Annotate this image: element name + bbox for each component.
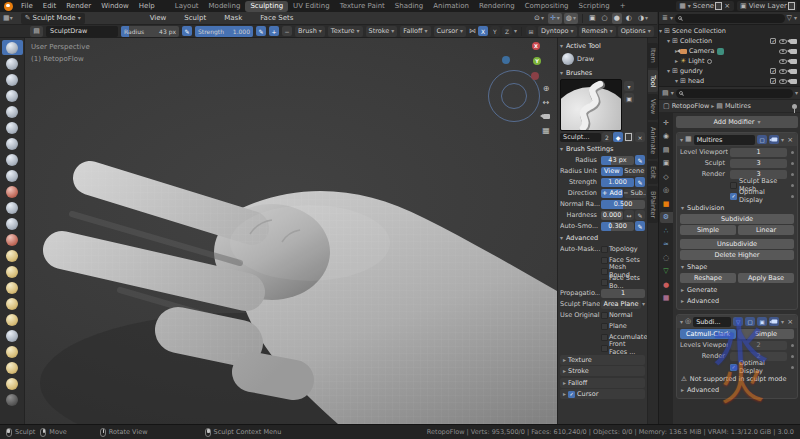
brush-mask-icon[interactable] bbox=[2, 392, 23, 407]
brush-dropdown[interactable]: Brush▾ bbox=[295, 26, 325, 37]
radius-unit-scene-button[interactable]: Scene bbox=[624, 167, 646, 176]
optimal-display-checkbox[interactable]: ✓ bbox=[730, 364, 737, 371]
brushes-section-header[interactable]: ▾Brushes bbox=[560, 68, 645, 78]
zoom-icon[interactable]: ⊕ bbox=[540, 82, 552, 94]
brush-preview-image[interactable] bbox=[560, 79, 622, 131]
strength-slider[interactable]: 1.000 bbox=[601, 178, 634, 187]
brush-nudge-icon[interactable] bbox=[2, 344, 23, 359]
disclosure-triangle-icon[interactable]: ▸ bbox=[675, 58, 678, 64]
subdivide-button[interactable]: Subdivide bbox=[680, 214, 794, 224]
properties-tab-scene[interactable]: ◇ bbox=[660, 171, 673, 182]
menu-mask[interactable]: Mask bbox=[215, 14, 251, 22]
brush-blob-icon[interactable] bbox=[2, 152, 23, 167]
properties-tab-material[interactable]: ● bbox=[660, 279, 673, 290]
falloff-panel-collapsed[interactable]: ▸Falloff bbox=[560, 378, 645, 388]
mirror-x-button[interactable]: X bbox=[478, 26, 488, 36]
properties-tab-particles[interactable]: ∴ bbox=[660, 225, 673, 236]
shading-rendered[interactable]: ◑▾ bbox=[636, 13, 650, 24]
eye-icon[interactable] bbox=[779, 49, 787, 54]
pen-pressure-icon[interactable]: ✎ bbox=[635, 155, 645, 165]
stroke-panel-collapsed[interactable]: ▸Stroke bbox=[560, 366, 645, 376]
animate-dot-icon[interactable] bbox=[791, 344, 794, 347]
hardness-slider[interactable]: 0.000 bbox=[601, 211, 623, 220]
display-realtime-icon[interactable]: ▢ bbox=[757, 135, 767, 144]
gizmo-axis-x[interactable]: X bbox=[532, 42, 540, 50]
strength-slider[interactable]: Strength 1.000 bbox=[195, 26, 253, 37]
brush-crease-icon[interactable] bbox=[2, 168, 23, 183]
gizmo-axis-z[interactable] bbox=[502, 56, 510, 64]
properties-tab-texture[interactable]: ▦ bbox=[660, 293, 673, 304]
modifier-name-field[interactable]: Subdi... bbox=[693, 317, 731, 327]
disclosure-triangle-icon[interactable]: ▾ bbox=[659, 28, 662, 34]
falloff-dropdown[interactable]: Falloff▾ bbox=[400, 26, 430, 37]
view-layer-selector[interactable]: ▣ View Layer bbox=[737, 1, 797, 11]
texture-dropdown[interactable]: Texture▾ bbox=[328, 26, 363, 37]
active-tool-section-header[interactable]: ▾Active Tool bbox=[560, 41, 645, 51]
outliner-row-head[interactable]: ▾ ⊞ head bbox=[659, 76, 800, 86]
brush-clay-strips-icon[interactable] bbox=[2, 88, 23, 103]
eye-icon[interactable] bbox=[779, 79, 787, 84]
properties-tab-physics[interactable]: ≈ bbox=[660, 239, 673, 250]
tab-bpainter[interactable]: BPainter bbox=[648, 186, 658, 223]
brush-pose-icon[interactable] bbox=[2, 328, 23, 343]
unlink-icon[interactable]: × bbox=[635, 132, 645, 142]
menu-window[interactable]: Window bbox=[96, 0, 134, 12]
optimal-display-checkbox[interactable]: ✓ bbox=[730, 193, 737, 200]
subdivide-linear-button[interactable]: Linear bbox=[738, 225, 794, 235]
collection-checkbox-icon[interactable] bbox=[770, 68, 776, 74]
mode-selector[interactable]: ✎ Sculpt Mode ▾ bbox=[21, 13, 85, 24]
brush-snake-hook-icon[interactable] bbox=[2, 296, 23, 311]
collection-checkbox-icon[interactable] bbox=[770, 38, 776, 44]
brush-settings-section-header[interactable]: ▾Brush Settings bbox=[560, 144, 645, 154]
editor-type-icon[interactable]: ▦ bbox=[3, 15, 10, 22]
new-scene-icon[interactable] bbox=[716, 3, 721, 9]
properties-tab-constraints[interactable]: ◌ bbox=[660, 252, 673, 263]
advanced-subpanel-header[interactable]: ▸Advanced bbox=[681, 297, 793, 305]
animate-dot-icon[interactable] bbox=[791, 195, 794, 198]
properties-tab-modifiers[interactable]: ⚙ bbox=[660, 212, 673, 223]
sculpt-base-mesh-checkbox[interactable] bbox=[730, 182, 737, 189]
breadcrumb-object[interactable]: RetopoFlow bbox=[672, 102, 710, 110]
cursor-checkbox[interactable]: ✓ bbox=[568, 391, 575, 398]
mesh-boundary-checkbox[interactable] bbox=[601, 268, 608, 275]
brush-thumb-icon[interactable] bbox=[2, 312, 23, 327]
menu-file[interactable]: File bbox=[16, 0, 38, 12]
fake-user-shield-icon[interactable]: ◆ bbox=[613, 132, 623, 142]
new-view-layer-icon[interactable] bbox=[789, 3, 794, 9]
display-realtime-icon[interactable]: ▣ bbox=[757, 317, 767, 326]
radius-pressure-icon[interactable]: ✎ bbox=[182, 26, 192, 36]
scene-selector[interactable]: ▦ ▾ Scene × bbox=[676, 1, 734, 11]
sculpt-level-field[interactable]: 3 bbox=[730, 159, 787, 168]
cursor-panel-collapsed[interactable]: ▸✓Cursor bbox=[560, 389, 645, 399]
animate-dot-icon[interactable] bbox=[791, 184, 794, 187]
properties-editor-icon[interactable]: ▤ bbox=[662, 90, 669, 97]
direction-subtract-button[interactable]: − Sub.. bbox=[624, 189, 646, 198]
brush-image-icon[interactable]: ▣ bbox=[624, 93, 634, 103]
properties-tab-render[interactable]: ◉ bbox=[660, 131, 673, 142]
chevron-down-icon[interactable]: ▾ bbox=[781, 137, 784, 143]
collection-checkbox-icon[interactable] bbox=[770, 78, 776, 84]
tab-view[interactable]: View bbox=[648, 94, 658, 119]
apply-base-button[interactable]: Apply Base bbox=[738, 273, 794, 283]
properties-tab-tool[interactable]: ✛ bbox=[660, 117, 673, 128]
outliner-row-light[interactable]: ▸ ☀ Light bbox=[659, 56, 800, 66]
brush-flatten-icon[interactable] bbox=[2, 200, 23, 215]
breadcrumb-modifier[interactable]: Multires bbox=[725, 102, 751, 110]
outliner-row-scene-collection[interactable]: ▾ ⊞ Scene Collection bbox=[659, 26, 800, 36]
camera-view-icon[interactable] bbox=[540, 110, 552, 122]
menu-sculpt[interactable]: Sculpt bbox=[175, 14, 215, 22]
chevron-down-icon[interactable]: ▾ bbox=[680, 319, 683, 325]
show-in-editmode-icon[interactable]: ▢ bbox=[745, 317, 755, 326]
remesh-dropdown[interactable]: Remesh▾ bbox=[579, 26, 616, 37]
propagation-field[interactable]: 1 bbox=[601, 289, 645, 298]
show-on-cage-icon[interactable]: ▽ bbox=[733, 317, 743, 326]
subdivision-subpanel-header[interactable]: ▾Subdivision bbox=[681, 204, 793, 212]
gizmos-dropdown[interactable]: ✛▾ bbox=[548, 13, 562, 24]
render-visibility-camera-icon[interactable] bbox=[790, 59, 797, 64]
workspace-shading[interactable]: Shading bbox=[390, 1, 428, 12]
outliner-row-collection[interactable]: ▾ ⊞ Collection bbox=[659, 36, 800, 46]
invert-icon[interactable]: ↔ bbox=[624, 210, 634, 220]
tab-edit[interactable]: Edit bbox=[648, 161, 658, 184]
chevron-down-icon[interactable]: ▾ bbox=[680, 137, 683, 143]
workspace-rendering[interactable]: Rendering bbox=[474, 1, 520, 12]
